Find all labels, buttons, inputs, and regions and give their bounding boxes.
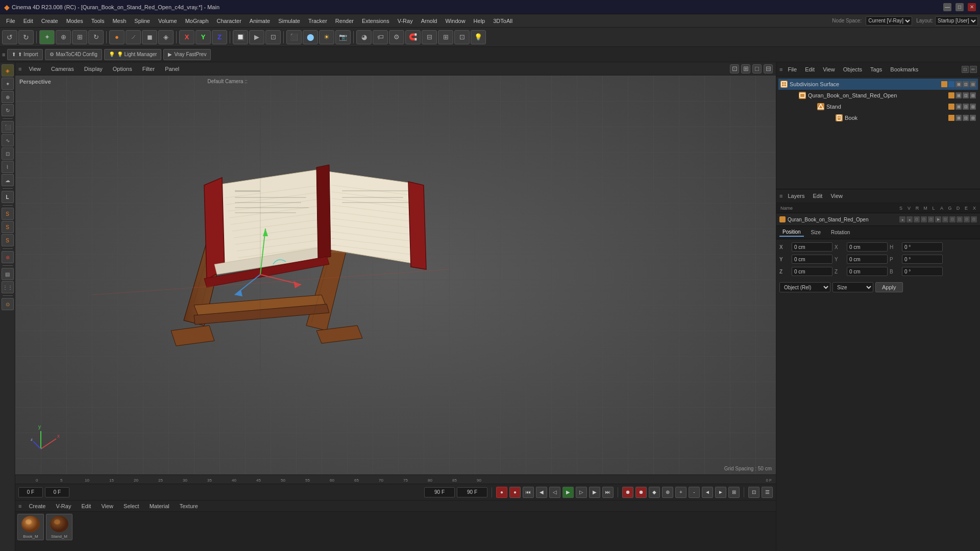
render-to-po[interactable]: ▶ <box>249 30 264 44</box>
sidebar-L[interactable]: L <box>2 191 14 203</box>
menu-volume[interactable]: Volume <box>154 17 181 25</box>
render-full[interactable]: ⊡ <box>265 30 281 44</box>
move-tool[interactable]: ⊕ <box>56 30 71 44</box>
attr-tab-rotation[interactable]: Rotation <box>828 229 853 236</box>
viewport[interactable]: x y z Perspective Default Camera :: Grid… <box>15 76 776 474</box>
mode-btn-3[interactable]: ⊕ <box>2 91 14 103</box>
menu-arnold[interactable]: Arnold <box>417 17 442 25</box>
sidebar-mats[interactable]: ▤ <box>2 268 14 280</box>
vp-menu-filter[interactable]: Filter <box>139 65 158 73</box>
showkey-btn[interactable]: ⊞ <box>728 487 740 498</box>
mode-btn-2[interactable]: ✦ <box>2 78 14 90</box>
menu-edit[interactable]: Edit <box>19 17 37 25</box>
points-mode[interactable]: ● <box>109 30 125 44</box>
sidebar-S1[interactable]: S <box>2 208 14 220</box>
sidebar-curve[interactable]: ∿ <box>2 134 14 146</box>
sidebar-env[interactable]: ☁ <box>2 174 14 186</box>
sidebar-cube[interactable]: ⬛ <box>2 121 14 133</box>
menu-create[interactable]: Create <box>37 17 62 25</box>
record-btn2[interactable]: ● <box>509 487 521 498</box>
close-button[interactable]: ✕ <box>968 3 976 11</box>
material-book[interactable]: Book_M <box>17 514 44 540</box>
node-space-select[interactable]: Current [V-Ray] <box>866 16 912 26</box>
obj-menu-file[interactable]: File <box>785 65 800 73</box>
menu-simulate[interactable]: Simulate <box>274 17 304 25</box>
mode-btn-4[interactable]: ↻ <box>2 104 14 116</box>
obj-row-stand[interactable]: Stand ⊞ ⊡ ⊟ <box>778 101 978 112</box>
obj-row-quran[interactable]: Quran_Book_on_Stand_Red_Open ⊞ ⊡ ⊟ <box>778 90 978 101</box>
menu-help[interactable]: Help <box>470 17 489 25</box>
layout-select[interactable]: Startup [User] <box>935 16 978 26</box>
size-x-field[interactable]: 0 cm <box>847 242 888 252</box>
record-btn[interactable]: ● <box>496 487 507 498</box>
sidebar-S3[interactable]: S <box>2 234 14 246</box>
vp-menu-display[interactable]: Display <box>81 65 106 73</box>
texture-tag-btn[interactable]: 🏷 <box>373 30 388 44</box>
size-y-field[interactable]: 0 cm <box>847 255 888 264</box>
vray-fastprev-button[interactable]: ▶ Vray FastPrev <box>163 49 211 60</box>
layers-menu-layers[interactable]: Layers <box>785 192 807 200</box>
light-btn[interactable]: ☀ <box>319 30 334 44</box>
step-fwd2-btn[interactable]: ▶ <box>589 487 600 498</box>
obj-hamburger[interactable]: ≡ <box>779 66 782 72</box>
light-manager-button[interactable]: 💡 💡 Light Manager <box>104 49 162 60</box>
go-to-end-btn[interactable]: ⏭ <box>602 487 614 498</box>
redo-button[interactable]: ↻ <box>18 30 34 44</box>
minimize-button[interactable]: — <box>943 3 951 11</box>
rotate-tool[interactable]: ↻ <box>88 30 104 44</box>
mat-hamburger[interactable]: ≡ <box>18 503 21 509</box>
camera-btn[interactable]: 📷 <box>335 30 351 44</box>
material-stand[interactable]: Stand_M <box>46 514 72 540</box>
mat-menu-texture[interactable]: Texture <box>177 502 201 510</box>
attr-tab-position[interactable]: Position <box>779 228 804 237</box>
obj-menu-bookmarks[interactable]: Bookmarks <box>887 65 921 73</box>
rot-p-field[interactable]: 0 ° <box>902 255 943 264</box>
object-rel-select[interactable]: Object (Rel) Object (Abs) <box>779 282 830 292</box>
settings-btn[interactable]: ⚙ <box>389 30 404 44</box>
layers-menu-edit[interactable]: Edit <box>810 192 825 200</box>
mat-menu-select[interactable]: Select <box>120 502 142 510</box>
vp-menu-view[interactable]: View <box>26 65 44 73</box>
end-frame2-field[interactable]: 90 F <box>457 487 487 497</box>
lock-btn[interactable]: 💡 <box>471 30 486 44</box>
menu-mesh[interactable]: Mesh <box>108 17 130 25</box>
menu-extensions[interactable]: Extensions <box>358 17 394 25</box>
auto-key[interactable]: ⊕ <box>662 487 673 498</box>
sidebar-deform[interactable]: ⌇ <box>2 161 14 173</box>
sidebar-scatter[interactable]: ⋮⋮ <box>2 281 14 293</box>
step-fwd-btn[interactable]: ▷ <box>576 487 587 498</box>
menu-animate[interactable]: Animate <box>246 17 274 25</box>
go-to-start-btn[interactable]: ⏮ <box>523 487 534 498</box>
menu-render[interactable]: Render <box>331 17 358 25</box>
menu-vray[interactable]: V-Ray <box>394 17 417 25</box>
step-back2-btn[interactable]: ◁ <box>549 487 560 498</box>
frame-b-field[interactable]: 0 F <box>45 487 69 497</box>
cube-btn[interactable]: ⬛ <box>286 30 302 44</box>
end-frame-field[interactable]: 90 F <box>424 487 455 497</box>
select-tool[interactable]: ✦ <box>39 30 55 44</box>
layers-menu-view[interactable]: View <box>827 192 846 200</box>
menu-window[interactable]: Window <box>441 17 469 25</box>
x-axis-btn[interactable]: X <box>179 30 194 44</box>
nextkey-btn[interactable]: ► <box>715 487 726 498</box>
mat-menu-edit[interactable]: Edit <box>78 502 94 510</box>
mat-menu-create[interactable]: Create <box>26 502 48 510</box>
grid-btn[interactable]: ⊞ <box>438 30 453 44</box>
menu-character[interactable]: Character <box>213 17 246 25</box>
sidebar-nurbs[interactable]: ⊡ <box>2 147 14 160</box>
obj-icon1[interactable]: ⊡ <box>962 66 969 73</box>
vp-menu-cameras[interactable]: Cameras <box>48 65 77 73</box>
render-preview[interactable]: 🔲 <box>233 30 248 44</box>
delkey-btn[interactable]: - <box>689 487 700 498</box>
vp-ctrl-4[interactable]: ⊟ <box>764 64 773 73</box>
mode-btn-1[interactable]: ◈ <box>2 64 14 77</box>
sidebar-S2[interactable]: S <box>2 221 14 233</box>
undo-button[interactable]: ↺ <box>2 30 17 44</box>
addkey-btn[interactable]: + <box>675 487 687 498</box>
rot-b-field[interactable]: 0 ° <box>902 267 943 276</box>
object-mode[interactable]: ◈ <box>158 30 174 44</box>
prevkey-btn[interactable]: ◄ <box>702 487 713 498</box>
step-back-btn[interactable]: ◀ <box>536 487 547 498</box>
vp-ctrl-2[interactable]: ⊞ <box>741 64 750 73</box>
record-sel[interactable]: ⏺ <box>635 487 647 498</box>
